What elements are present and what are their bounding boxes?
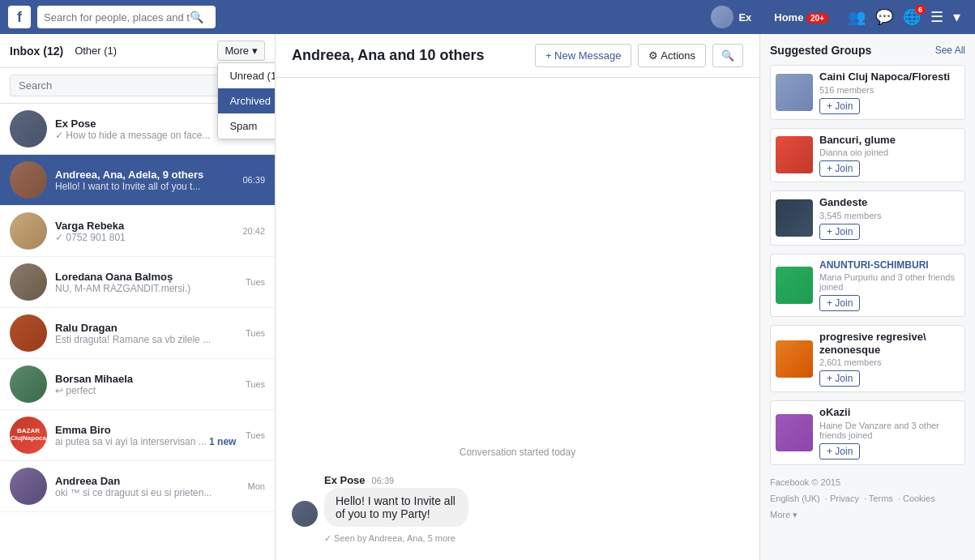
global-search-bar[interactable]: 🔍 — [37, 6, 216, 28]
global-search-input[interactable] — [44, 11, 190, 24]
new-message-button[interactable]: + New Message — [535, 44, 632, 67]
group-name: Bancuri, glume — [819, 134, 960, 147]
list-item[interactable]: Borsan Mihaela ↩ perfect Tues — [0, 359, 275, 410]
footer-link-more[interactable]: More ▾ — [770, 510, 798, 519]
chat-body: Conversation started today Ex Pose 06:39… — [276, 78, 759, 560]
chat-action-buttons: + New Message ⚙ Actions 🔍 — [535, 44, 743, 67]
message-sender-name: Andreea Dan — [55, 475, 240, 487]
message-time: 06:39 — [242, 175, 265, 185]
message-time: Mon — [248, 481, 265, 491]
group-avatar — [776, 74, 813, 111]
chevron-down-icon[interactable]: ▾ — [953, 8, 960, 26]
message-time: Tues — [246, 430, 265, 440]
message-preview: ✓ 0752 901 801 — [55, 232, 234, 243]
group-members: 3,545 members — [819, 211, 960, 220]
nav-user[interactable]: Ex — [711, 6, 751, 28]
message-preview: ai putea sa vi ayi la interservisan ... … — [55, 436, 237, 447]
group-name: oKazii — [819, 406, 960, 419]
main-chat-area: Andreea, Ana and 10 others + New Message… — [276, 34, 760, 560]
group-members: Haine De Vanzare and 3 other friends joi… — [819, 421, 960, 440]
other-button[interactable]: Other (1) — [70, 41, 122, 60]
friends-icon[interactable]: 👥 — [848, 8, 866, 26]
message-row: Ex Pose 06:39 Hello! I want to Invite al… — [292, 474, 743, 527]
dropdown-spam[interactable]: Spam — [218, 113, 276, 139]
avatar — [10, 314, 47, 352]
message-preview: Esti draguta! Ramane sa vb zilele ... — [55, 334, 237, 345]
see-all-link[interactable]: See All — [935, 45, 965, 56]
avatar — [10, 212, 47, 250]
suggested-groups-header: Suggested Groups See All — [770, 44, 965, 57]
join-group-button[interactable]: + Join — [819, 295, 860, 311]
suggested-group-item: Bancuri, glume Dianna oio joined + Join — [770, 128, 965, 183]
suggested-group-item: Gandeste 3,545 members + Join — [770, 190, 965, 246]
message-list: Ex Pose ✓ How to hide a message on face.… — [0, 104, 275, 560]
message-sender-name: Varga Rebeka — [55, 220, 234, 232]
search-icon: 🔍 — [190, 11, 203, 24]
avatar — [10, 110, 47, 147]
message-preview: ↩ perfect — [55, 385, 237, 396]
suggested-group-item: Caini Cluj Napoca/Floresti 516 members +… — [770, 65, 965, 120]
chat-search-button[interactable]: 🔍 — [712, 44, 743, 67]
join-group-button[interactable]: + Join — [819, 443, 860, 460]
right-sidebar: Suggested Groups See All Caini Cluj Napo… — [760, 34, 975, 560]
group-members: 516 members — [819, 85, 960, 95]
message-timestamp: 06:39 — [372, 476, 395, 485]
footer-copyright: Facebook © 2015 — [770, 475, 965, 491]
nav-icons: Home 20+ 👥 💬 🌐 6 ☰ ▾ — [758, 8, 967, 26]
group-avatar — [776, 414, 813, 451]
notifications-icon[interactable]: 🌐 6 — [903, 8, 921, 26]
message-sender-avatar — [292, 501, 318, 527]
inbox-button[interactable]: Inbox (12) — [10, 45, 63, 58]
message-sender-name: Loredana Oana Balmoș — [55, 271, 237, 283]
list-item[interactable]: Loredana Oana Balmoș NU, M-AM RAZGANDIT.… — [0, 257, 275, 308]
messages-icon[interactable]: 💬 — [875, 8, 893, 26]
group-avatar — [776, 136, 813, 173]
group-members: Dianna oio joined — [819, 147, 960, 157]
top-navigation: f 🔍 Ex Home 20+ 👥 💬 🌐 6 ☰ ▾ — [0, 0, 975, 34]
actions-button[interactable]: ⚙ Actions — [638, 44, 706, 67]
avatar — [10, 365, 47, 403]
avatar — [10, 468, 47, 505]
dropdown-unread[interactable]: Unread (12) — [218, 63, 276, 88]
chat-title: Andreea, Ana and 10 others — [292, 47, 525, 64]
avatar: BAZARClujNapoca — [10, 417, 47, 454]
footer-link-terms[interactable]: Terms — [869, 494, 893, 503]
join-group-button[interactable]: + Join — [819, 370, 860, 387]
group-avatar — [776, 199, 813, 237]
conversation-started-label: Conversation started today — [292, 447, 743, 458]
message-sender-name: Ex Pose — [55, 118, 234, 130]
list-item[interactable]: Andreea, Ana, Adela, 9 others Hello! I w… — [0, 155, 275, 206]
footer-link-cookies[interactable]: Cookies — [903, 494, 935, 503]
message-seen-label: ✓ Seen by Andreea, Ana, 5 more — [324, 533, 743, 544]
footer-link-privacy[interactable]: Privacy — [830, 494, 859, 503]
join-group-button[interactable]: + Join — [819, 224, 860, 240]
message-time: 20:42 — [242, 226, 265, 236]
group-members: Maria Purpuriu and 3 other friends joine… — [819, 272, 960, 292]
message-sender-name: Andreea, Ana, Adela, 9 others — [55, 169, 234, 181]
message-preview: ✓ How to hide a message on face... — [55, 130, 234, 141]
footer-links: Facebook © 2015 English (UK)· Privacy· T… — [770, 475, 965, 523]
more-button[interactable]: More ▾ — [217, 41, 265, 61]
settings-icon[interactable]: ☰ — [930, 8, 943, 26]
home-link[interactable]: Home 20+ — [764, 11, 838, 24]
messages-sidebar: Inbox (12) Other (1) More ▾ Unread (12) … — [0, 34, 276, 560]
message-time: Tues — [246, 379, 265, 389]
join-group-button[interactable]: + Join — [819, 98, 860, 114]
group-name: Gandeste — [819, 196, 960, 209]
group-name: Caini Cluj Napoca/Floresti — [819, 71, 960, 83]
more-dropdown: Unread (12) Archived Spam — [217, 62, 276, 139]
chevron-down-icon: ▾ — [252, 45, 258, 57]
list-item[interactable]: Varga Rebeka ✓ 0752 901 801 20:42 — [0, 206, 275, 257]
list-item[interactable]: BAZARClujNapoca Emma Biro ai putea sa vi… — [0, 410, 275, 461]
suggested-group-item: progresive regresive\ zenonesque 2,601 m… — [770, 325, 965, 392]
dropdown-archived[interactable]: Archived — [218, 88, 276, 113]
join-group-button[interactable]: + Join — [819, 160, 860, 177]
message-sender-name: Ralu Dragan — [55, 322, 237, 334]
avatar — [711, 6, 733, 28]
list-item[interactable]: Andreea Dan oki ™ si ce draguut si eu si… — [0, 461, 275, 512]
footer-link-english[interactable]: English (UK) — [770, 494, 820, 503]
message-preview: oki ™ si ce draguut si eu si prieten... — [55, 487, 240, 498]
list-item[interactable]: Ralu Dragan Esti draguta! Ramane sa vb z… — [0, 308, 275, 359]
facebook-logo: f — [8, 6, 31, 28]
group-name: ANUNTURI-SCHIMBURI — [819, 259, 960, 271]
